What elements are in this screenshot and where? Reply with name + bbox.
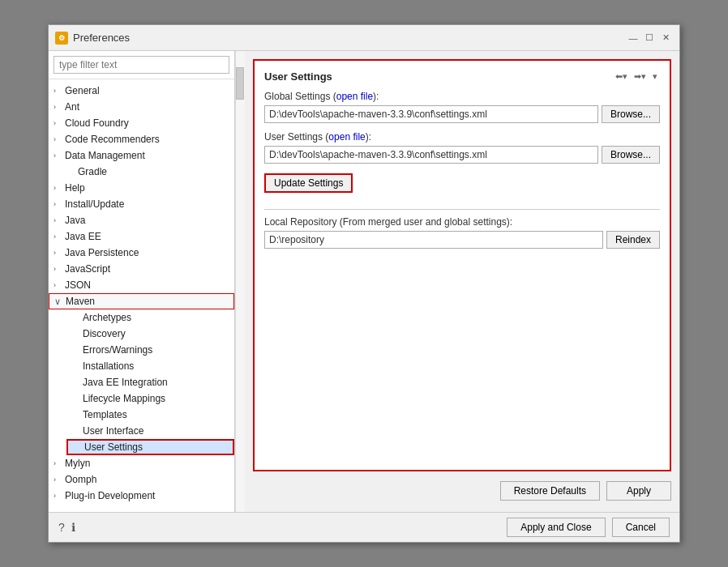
restore-defaults-button[interactable]: Restore Defaults (500, 481, 600, 501)
arrow-icon: › (54, 459, 63, 467)
sidebar-item-label: Help (65, 182, 85, 194)
content-area: › General › Ant › Cloud Foundry › Code R… (49, 51, 679, 512)
close-button[interactable]: ✕ (658, 31, 673, 45)
local-repo-input[interactable] (264, 231, 603, 249)
nav-back-button[interactable]: ⬅▾ (613, 70, 630, 83)
arrow-icon: › (54, 216, 63, 224)
search-input[interactable] (54, 56, 229, 74)
global-open-file-link[interactable]: open file (336, 91, 373, 102)
arrow-icon: › (54, 135, 63, 143)
sidebar-item-label: Plug-in Development (65, 490, 155, 501)
cancel-button[interactable]: Cancel (612, 518, 670, 537)
sidebar-item-java-persistence[interactable]: › Java Persistence (49, 245, 234, 261)
arrow-icon: › (54, 492, 63, 500)
arrow-icon: › (54, 184, 63, 192)
panel-nav-icons: ⬅▾ ➡▾ ▾ (613, 70, 660, 83)
nav-menu-button[interactable]: ▾ (650, 70, 660, 83)
sidebar-item-label: Install/Update (65, 198, 124, 210)
arrow-icon: › (54, 249, 63, 257)
sidebar-item-maven[interactable]: ∨ Maven (49, 293, 234, 309)
arrow-icon: › (54, 200, 63, 208)
arrow-icon: › (54, 281, 63, 289)
apply-and-close-button[interactable]: Apply and Close (507, 518, 605, 537)
sidebar-scrollbar[interactable] (235, 51, 245, 512)
sidebar-item-label: Lifecycle Mappings (83, 393, 165, 404)
search-box (49, 51, 234, 79)
sidebar-item-help[interactable]: › Help (49, 180, 234, 196)
user-open-file-link[interactable]: open file (328, 131, 365, 143)
sidebar-item-label: Code Recommenders (65, 134, 160, 145)
sidebar-item-label: Cloud Foundry (65, 117, 129, 129)
preferences-window: ⚙ Preferences — ☐ ✕ › General › A (48, 24, 680, 543)
sidebar-item-gradle[interactable]: Gradle (62, 164, 234, 180)
sidebar-item-plugin-development[interactable]: › Plug-in Development (49, 488, 234, 504)
app-icon: ⚙ (55, 32, 68, 45)
arrow-icon: › (54, 87, 63, 95)
sidebar-item-label: Java EE (65, 231, 101, 242)
user-settings-input-row: Browse... (264, 146, 660, 164)
sidebar-item-label: User Settings (84, 441, 143, 453)
sidebar-maven-children: Archetypes Discovery Errors/Warnings Ins… (49, 309, 234, 455)
sidebar-item-user-settings[interactable]: User Settings (66, 439, 234, 455)
update-settings-button[interactable]: Update Settings (264, 173, 353, 193)
user-settings-panel: User Settings ⬅▾ ➡▾ ▾ Global Settings (o… (253, 59, 671, 471)
sidebar-item-label: Mylyn (65, 458, 90, 469)
sidebar-item-discovery[interactable]: Discovery (66, 326, 234, 342)
sidebar-item-label: User Interface (83, 425, 143, 437)
arrow-icon: › (54, 232, 63, 241)
sidebar-item-ant[interactable]: › Ant (49, 99, 234, 115)
sidebar-item-install-update[interactable]: › Install/Update (49, 196, 234, 212)
global-settings-input[interactable] (264, 105, 598, 123)
sidebar-item-label: Maven (66, 296, 95, 307)
apply-button[interactable]: Apply (606, 481, 671, 501)
nav-forward-button[interactable]: ➡▾ (632, 70, 649, 83)
help-icon[interactable]: ? (58, 521, 65, 534)
sidebar-item-java-ee[interactable]: › Java EE (49, 228, 234, 245)
global-browse-button[interactable]: Browse... (602, 105, 660, 123)
sidebar-item-java-ee-integration[interactable]: Java EE Integration (66, 374, 234, 390)
sidebar-item-errors-warnings[interactable]: Errors/Warnings (66, 342, 234, 358)
sidebar-item-user-interface[interactable]: User Interface (66, 423, 234, 439)
sidebar-item-label: Errors/Warnings (83, 344, 152, 356)
footer-left-icons: ? ℹ (58, 521, 75, 534)
arrow-icon: › (54, 103, 63, 111)
sidebar-item-label: Installations (83, 360, 134, 372)
global-settings-input-row: Browse... (264, 105, 660, 123)
sidebar-item-data-management[interactable]: › Data Management (49, 147, 234, 164)
sidebar-item-code-recommenders[interactable]: › Code Recommenders (49, 131, 234, 147)
sidebar: › General › Ant › Cloud Foundry › Code R… (49, 51, 235, 512)
sidebar-item-cloud-foundry[interactable]: › Cloud Foundry (49, 115, 234, 131)
sidebar-item-label: Gradle (78, 166, 107, 177)
arrow-icon: › (54, 265, 63, 273)
sidebar-item-archetypes[interactable]: Archetypes (66, 309, 234, 326)
user-settings-input[interactable] (264, 146, 598, 164)
sidebar-item-label: Java (65, 215, 85, 226)
sidebar-item-installations[interactable]: Installations (66, 358, 234, 374)
sidebar-item-mylyn[interactable]: › Mylyn (49, 455, 234, 471)
sidebar-tree: › General › Ant › Cloud Foundry › Code R… (49, 79, 234, 512)
sidebar-item-general[interactable]: › General (49, 83, 234, 99)
sidebar-item-label: Ant (65, 101, 79, 113)
global-settings-row: Global Settings (open file): Browse... (264, 91, 660, 123)
scrollbar-thumb[interactable] (236, 67, 244, 100)
sidebar-item-lifecycle-mappings[interactable]: Lifecycle Mappings (66, 390, 234, 407)
maximize-button[interactable]: ☐ (642, 31, 657, 45)
sidebar-item-label: Archetypes (83, 312, 131, 323)
sidebar-item-javascript[interactable]: › JavaScript (49, 261, 234, 277)
sidebar-item-oomph[interactable]: › Oomph (49, 471, 234, 488)
bottom-actions: Restore Defaults Apply (253, 478, 671, 504)
sidebar-item-label: Java EE Integration (83, 377, 168, 388)
arrow-icon: ∨ (54, 296, 64, 307)
arrow-icon: › (54, 475, 63, 484)
user-browse-button[interactable]: Browse... (602, 146, 660, 164)
sidebar-child-gradle: Gradle (49, 164, 234, 180)
sidebar-item-label: Data Management (65, 150, 145, 161)
sidebar-item-templates[interactable]: Templates (66, 407, 234, 423)
minimize-button[interactable]: — (626, 31, 640, 45)
info-icon[interactable]: ℹ (71, 521, 75, 534)
reindex-button[interactable]: Reindex (606, 231, 660, 249)
sidebar-item-java[interactable]: › Java (49, 212, 234, 228)
title-bar: ⚙ Preferences — ☐ ✕ (49, 25, 679, 51)
arrow-icon: › (54, 119, 63, 127)
sidebar-item-json[interactable]: › JSON (49, 277, 234, 293)
